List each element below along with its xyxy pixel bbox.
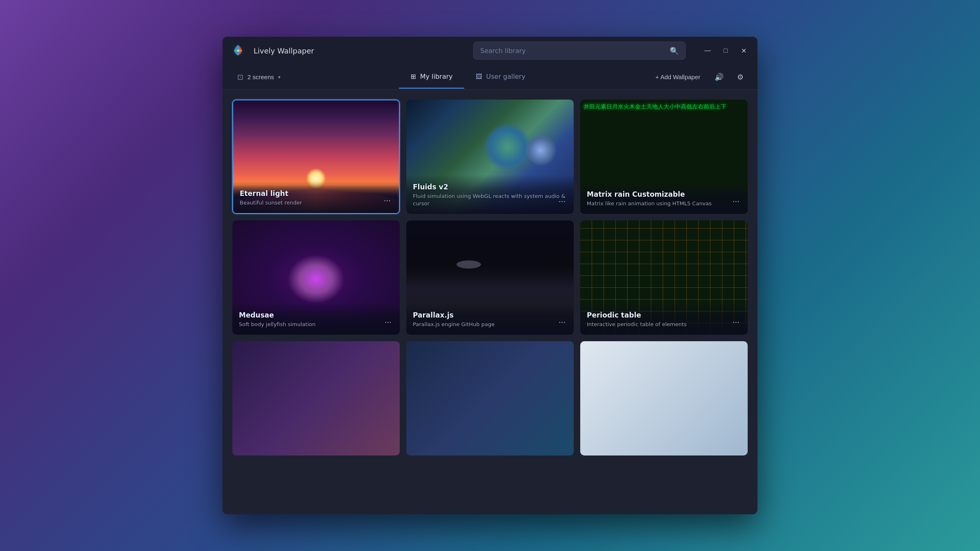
wallpaper-card-fluids-v2[interactable]: Fluids v2 Fluid simulation using WebGL r… [406, 100, 574, 214]
card-overlay: Matrix rain Customizable Matrix like rai… [580, 182, 748, 214]
volume-button[interactable]: 🔊 [712, 70, 726, 84]
tab-user-gallery-label: User gallery [486, 73, 526, 80]
nav-bar: ⊡ 2 screens ▾ ⊞ My library 🖼 User galler… [223, 64, 757, 90]
wallpaper-card-medusae[interactable]: Medusae Soft body jellyfish simulation ·… [232, 220, 400, 335]
settings-button[interactable]: ⚙ [733, 70, 748, 84]
nav-tabs: ⊞ My library 🖼 User gallery [399, 65, 537, 89]
wallpaper-card-periodic-table[interactable]: Periodic table Interactive periodic tabl… [580, 220, 748, 335]
app-title: Lively Wallpaper [254, 47, 314, 55]
maximize-button[interactable]: □ [720, 45, 731, 56]
card-desc: Interactive periodic table of elements [587, 321, 741, 328]
card-menu-button[interactable]: ··· [729, 196, 743, 207]
card-desc: Beautiful sunset render [240, 199, 392, 207]
chevron-down-icon: ▾ [278, 74, 281, 80]
thumbnail-bottom-3 [580, 341, 748, 455]
card-title: Matrix rain Customizable [587, 190, 741, 198]
minimize-button[interactable]: — [702, 45, 713, 56]
svg-point-1 [237, 49, 239, 52]
card-desc: Parallax.js engine GitHub page [413, 321, 567, 328]
wallpaper-card-eternal-light[interactable]: Eternal light Beautiful sunset render ··… [232, 100, 400, 214]
tab-user-gallery[interactable]: 🖼 User gallery [464, 65, 537, 89]
screens-label: 2 screens [247, 73, 274, 80]
search-input[interactable] [480, 47, 666, 55]
card-title: Periodic table [587, 311, 741, 319]
wallpaper-grid: Eternal light Beautiful sunset render ··… [232, 100, 748, 455]
card-overlay: Medusae Soft body jellyfish simulation [232, 303, 400, 335]
title-bar: Lively Wallpaper 🔍 — □ ✕ [223, 37, 757, 64]
screens-icon: ⊡ [237, 73, 243, 82]
card-title: Parallax.js [413, 311, 567, 319]
card-desc: Soft body jellyfish simulation [239, 321, 393, 328]
card-title: Medusae [239, 311, 393, 319]
settings-icon: ⚙ [737, 73, 744, 82]
card-desc: Fluid simulation using WebGL reacts with… [413, 193, 567, 207]
card-title: Eternal light [240, 189, 392, 198]
app-logo [231, 43, 245, 58]
card-overlay: Fluids v2 Fluid simulation using WebGL r… [406, 175, 574, 214]
card-menu-button[interactable]: ··· [555, 196, 569, 207]
tab-my-library[interactable]: ⊞ My library [399, 65, 464, 89]
card-title: Fluids v2 [413, 183, 567, 191]
wallpaper-card-matrix-rain[interactable]: Matrix rain Customizable Matrix like rai… [580, 100, 748, 214]
wallpaper-card-parallax[interactable]: Parallax.js Parallax.js engine GitHub pa… [406, 220, 574, 335]
wallpaper-card-bottom-1[interactable] [232, 341, 400, 455]
card-overlay: Eternal light Beautiful sunset render [233, 181, 399, 213]
card-menu-button[interactable]: ··· [555, 316, 569, 328]
grid-icon: ⊞ [410, 73, 416, 80]
card-menu-button[interactable]: ··· [729, 316, 743, 328]
tab-my-library-label: My library [420, 73, 453, 80]
search-bar[interactable]: 🔍 [473, 42, 686, 60]
main-window: Lively Wallpaper 🔍 — □ ✕ ⊡ 2 screens ▾ ⊞… [223, 37, 757, 514]
card-overlay: Periodic table Interactive periodic tabl… [580, 303, 748, 335]
wallpaper-card-bottom-2[interactable] [406, 341, 574, 455]
wallpaper-card-bottom-3[interactable] [580, 341, 748, 455]
card-desc: Matrix like rain animation using HTML5 C… [587, 200, 741, 207]
window-controls: — □ ✕ [702, 45, 749, 56]
content-area: Eternal light Beautiful sunset render ··… [223, 90, 757, 514]
screens-selector[interactable]: ⊡ 2 screens ▾ [232, 70, 285, 84]
volume-icon: 🔊 [715, 73, 724, 82]
search-icon: 🔍 [670, 47, 679, 55]
card-menu-button[interactable]: ··· [381, 316, 395, 328]
close-button[interactable]: ✕ [738, 45, 749, 56]
thumbnail-bottom-2 [406, 341, 574, 455]
gallery-icon: 🖼 [476, 73, 482, 80]
card-menu-button[interactable]: ··· [381, 195, 394, 207]
card-overlay: Parallax.js Parallax.js engine GitHub pa… [406, 303, 574, 335]
thumbnail-bottom-1 [232, 341, 400, 455]
add-wallpaper-button[interactable]: + Add Wallpaper [650, 71, 705, 83]
nav-actions: + Add Wallpaper 🔊 ⚙ [650, 70, 748, 84]
